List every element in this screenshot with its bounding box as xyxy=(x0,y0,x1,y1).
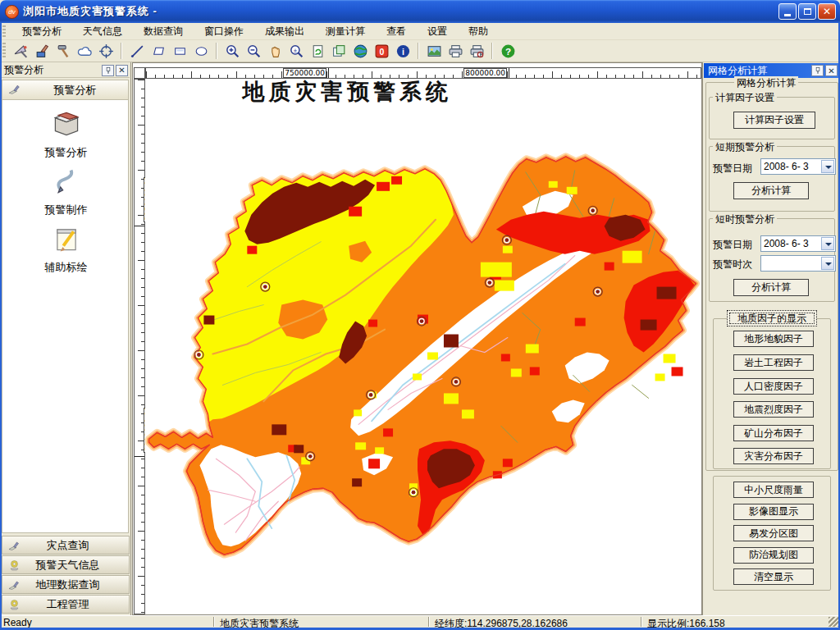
toolbar-zoom-out-button[interactable] xyxy=(244,41,263,61)
display-button-3[interactable]: 易发分区图 xyxy=(733,525,814,541)
map-canvas[interactable]: 地质灾害预警系统 xyxy=(145,79,701,614)
tool-item-label: 预警制作 xyxy=(2,203,130,217)
toolbar-target-crosshair-button[interactable] xyxy=(96,41,116,61)
tool-item-2[interactable]: 预警制作 xyxy=(2,164,130,217)
map-cell xyxy=(247,246,257,254)
toolbar-stop-button[interactable]: 0 xyxy=(372,41,391,61)
tool-item-1[interactable]: 预警分析 xyxy=(2,107,130,160)
menu-item-1[interactable]: 预警分析 xyxy=(11,23,72,40)
map-cell xyxy=(203,316,214,325)
toolbar-help-button[interactable]: ? xyxy=(498,41,518,61)
map-cell xyxy=(354,409,362,416)
nowcast-analyze-button[interactable]: 分析计算 xyxy=(733,279,809,296)
toolbar-ellipse-tool-button[interactable] xyxy=(191,41,211,61)
ruler-corner xyxy=(134,67,145,79)
map-cell xyxy=(444,393,459,404)
toolbar-image-export-button[interactable] xyxy=(424,41,444,61)
stop-icon: 0 xyxy=(374,43,390,59)
factor-button-1[interactable]: 地质因子的显示 xyxy=(727,310,817,326)
menu-item-4[interactable]: 窗口操作 xyxy=(194,23,254,40)
map-cell xyxy=(549,181,558,188)
factor-button-5[interactable]: 地震烈度因子 xyxy=(733,401,814,418)
close-button[interactable]: ✕ xyxy=(818,3,836,20)
town-marker-dot xyxy=(487,281,491,285)
toolbar-refresh-page-button[interactable] xyxy=(308,41,327,61)
window-titlebar: dv 浏阳市地质灾害预警系统 - ✕ xyxy=(0,0,840,23)
toolbar-cloud-button[interactable] xyxy=(75,41,94,61)
map-cell xyxy=(503,246,513,253)
display-button-1[interactable]: 中小尺度雨量 xyxy=(733,482,814,498)
menu-item-2[interactable]: 天气信息 xyxy=(72,23,133,40)
map-cell xyxy=(383,428,393,436)
toolbar-line-tool-button[interactable] xyxy=(127,41,147,61)
toolbar: ±0i? xyxy=(0,40,840,62)
chevron-down-icon[interactable] xyxy=(821,237,834,250)
menu-grip[interactable] xyxy=(2,25,6,37)
factor-setup-button[interactable]: 计算因子设置 xyxy=(733,112,815,129)
toolbar-paint-tool-button[interactable] xyxy=(32,41,52,61)
ruler-left: 3150000.003100000.00 xyxy=(134,79,145,614)
toolbar-zoom-in-button[interactable] xyxy=(222,41,242,61)
toolbar-info-button[interactable]: i xyxy=(393,41,413,61)
display-button-2[interactable]: 影像图显示 xyxy=(733,504,814,520)
menu-item-9[interactable]: 帮助 xyxy=(458,23,499,40)
factor-button-4[interactable]: 人口密度因子 xyxy=(733,378,814,395)
display-button-4[interactable]: 防治规划图 xyxy=(733,547,814,564)
paint-tool-icon xyxy=(34,43,50,59)
nowcast-legend: 短时预警分析 xyxy=(713,212,777,226)
toolbar-print-preview-button[interactable] xyxy=(467,41,486,61)
toolbar-grip[interactable] xyxy=(2,43,6,59)
minimize-button[interactable] xyxy=(778,3,797,20)
town-marker-dot xyxy=(412,491,416,495)
pin-icon[interactable] xyxy=(102,65,114,76)
left-panel-header[interactable]: 预警分析 xyxy=(2,80,129,100)
factor-button-2[interactable]: 地形地貌因子 xyxy=(733,331,814,347)
factor-button-3[interactable]: 岩土工程因子 xyxy=(733,354,814,371)
toolbar-copy-map-button[interactable] xyxy=(329,41,349,61)
menu-item-3[interactable]: 数据查询 xyxy=(133,23,194,40)
globe-icon xyxy=(353,43,368,59)
town-marker-dot xyxy=(454,380,459,384)
accordion-4[interactable]: 工程管理 xyxy=(2,595,130,614)
map-cell xyxy=(567,187,578,194)
toolbar-parallelogram-tool-button[interactable] xyxy=(148,41,168,61)
chevron-down-icon[interactable] xyxy=(821,160,834,173)
accordion-1[interactable]: 灾点查询 xyxy=(2,536,130,555)
accordion-3[interactable]: 地理数据查询 xyxy=(2,575,130,594)
map-cell xyxy=(481,262,512,277)
menu-item-8[interactable]: 设置 xyxy=(417,23,458,40)
tool-item-label: 预警分析 xyxy=(2,145,130,160)
ellipse-tool-icon xyxy=(194,43,209,59)
close-icon[interactable]: ✕ xyxy=(825,65,838,76)
factor-button-6[interactable]: 矿山分布因子 xyxy=(733,425,814,441)
accordion-2[interactable]: 预警天气信息 xyxy=(2,555,130,574)
info-icon: i xyxy=(395,43,411,59)
map-cell xyxy=(664,354,676,363)
toolbar-hammer-tool-button[interactable] xyxy=(53,41,73,61)
menu-item-5[interactable]: 成果输出 xyxy=(254,23,315,40)
zoom-in-icon xyxy=(225,43,240,59)
toolbar-zoom-extent-button[interactable]: ± xyxy=(286,41,306,61)
restore-button[interactable] xyxy=(798,3,816,20)
display-button-5[interactable]: 清空显示 xyxy=(733,568,814,585)
resize-grip[interactable] xyxy=(829,617,838,627)
map-cell xyxy=(462,409,474,418)
tool-item-3[interactable]: 辅助标绘 xyxy=(2,221,130,275)
stamp-icon xyxy=(7,81,22,98)
pin-icon[interactable] xyxy=(811,65,824,76)
factor-button-7[interactable]: 灾害分布因子 xyxy=(733,448,814,464)
svg-text:±: ± xyxy=(293,46,297,53)
toolbar-print-button[interactable] xyxy=(445,41,465,61)
nowcast-date-combo[interactable]: 2008- 6- 3 xyxy=(760,235,836,252)
short-term-date-combo[interactable]: 2008- 6- 3 xyxy=(760,158,836,175)
nowcast-time-combo[interactable] xyxy=(760,255,836,272)
toolbar-pan-hand-button[interactable] xyxy=(265,41,285,61)
menu-item-7[interactable]: 查看 xyxy=(376,23,417,40)
close-icon[interactable]: ✕ xyxy=(116,65,128,76)
short-term-analyze-button[interactable]: 分析计算 xyxy=(733,182,809,199)
toolbar-globe-button[interactable] xyxy=(350,41,370,61)
toolbar-satellite-dish-button[interactable] xyxy=(11,41,30,61)
menu-item-6[interactable]: 测量计算 xyxy=(315,23,376,40)
chevron-down-icon[interactable] xyxy=(821,257,834,270)
toolbar-rectangle-tool-button[interactable] xyxy=(170,41,189,61)
